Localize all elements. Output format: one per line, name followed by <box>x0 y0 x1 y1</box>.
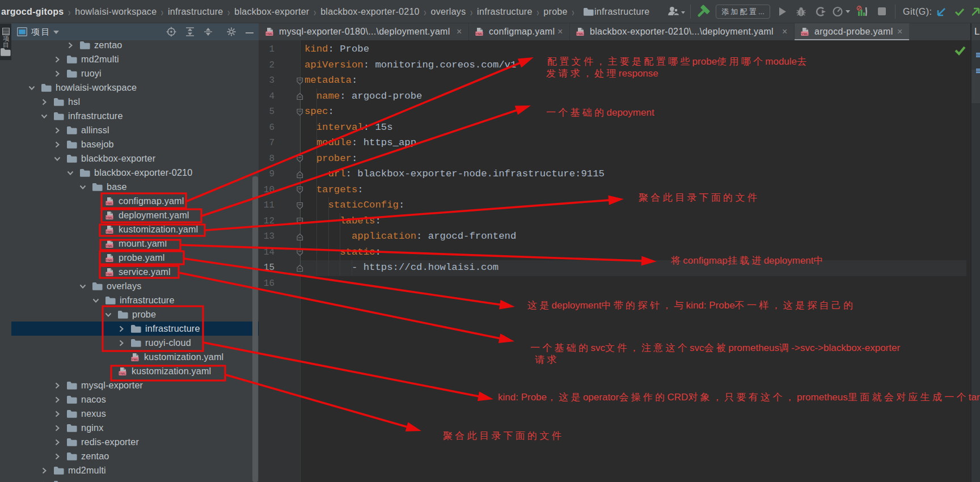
svg-text:YML: YML <box>105 272 113 276</box>
svg-text:YML: YML <box>105 258 113 261</box>
svg-text:YML: YML <box>105 201 113 205</box>
svg-text:YML: YML <box>476 32 483 36</box>
svg-text:YML: YML <box>577 32 584 36</box>
svg-text:YML: YML <box>801 32 809 36</box>
svg-text:YML: YML <box>105 230 113 233</box>
svg-text:YML: YML <box>266 32 273 36</box>
svg-text:YML: YML <box>105 244 113 247</box>
svg-text:YML: YML <box>105 215 113 219</box>
svg-text:YML: YML <box>131 357 138 361</box>
svg-text:YML: YML <box>119 371 126 375</box>
